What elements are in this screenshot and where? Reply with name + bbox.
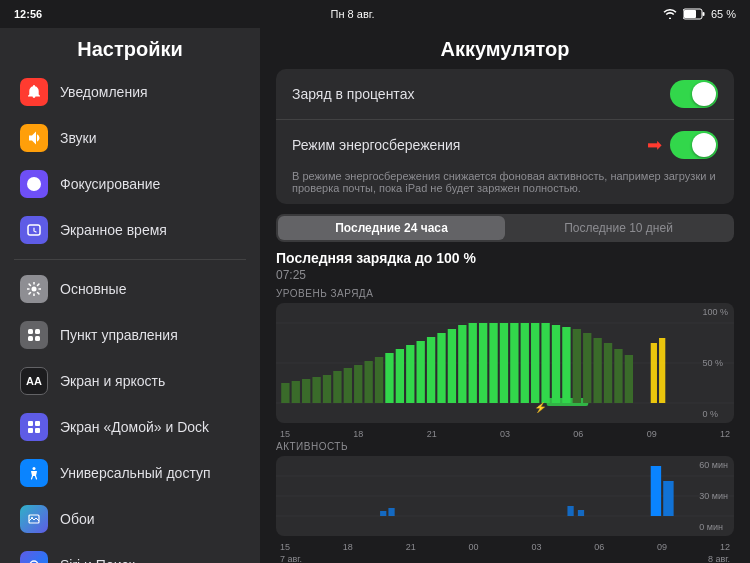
status-bar: 12:56 Пн 8 авг. 65 % bbox=[0, 0, 750, 28]
svg-rect-27 bbox=[281, 383, 289, 403]
sidebar-item-sounds[interactable]: Звуки bbox=[6, 115, 254, 161]
low-power-description: В режиме энергосбережения снижается фоно… bbox=[276, 170, 734, 204]
battery-0: 0 % bbox=[702, 409, 728, 419]
svg-rect-9 bbox=[28, 421, 33, 426]
svg-rect-68 bbox=[380, 511, 386, 516]
low-power-row: Режим энергосбережения ➡ bbox=[276, 119, 734, 170]
svg-rect-39 bbox=[406, 345, 414, 403]
tab-10d[interactable]: Последние 10 дней bbox=[505, 216, 732, 240]
sidebar-items: Уведомления Звуки Фокусирование bbox=[0, 69, 260, 563]
notifications-icon bbox=[20, 78, 48, 106]
svg-rect-58 bbox=[593, 338, 601, 403]
svg-rect-71 bbox=[578, 510, 584, 516]
status-day: Пн 8 авг. bbox=[331, 8, 375, 20]
screentime-icon bbox=[20, 216, 48, 244]
svg-rect-38 bbox=[396, 349, 404, 403]
wifi-icon bbox=[663, 9, 677, 19]
sidebar-item-screentime[interactable]: Экранное время bbox=[6, 207, 254, 253]
low-power-toggle[interactable] bbox=[670, 131, 718, 159]
sidebar-item-label: Пункт управления bbox=[60, 327, 178, 343]
svg-rect-61 bbox=[625, 355, 633, 403]
svg-rect-62 bbox=[651, 343, 657, 403]
battery-chart-title: УРОВЕНЬ ЗАРЯДА bbox=[276, 288, 734, 299]
svg-rect-70 bbox=[567, 506, 573, 516]
sidebar-item-notifications[interactable]: Уведомления bbox=[6, 69, 254, 115]
sidebar-item-label: Экран и яркость bbox=[60, 373, 165, 389]
activity-chart: 60 мин 30 мин 0 мин bbox=[276, 456, 734, 536]
svg-rect-46 bbox=[479, 323, 487, 403]
chart-tabs: Последние 24 часа Последние 10 дней bbox=[276, 214, 734, 242]
svg-rect-34 bbox=[354, 365, 362, 403]
homescreen-icon bbox=[20, 413, 48, 441]
battery-percent-row: Заряд в процентах bbox=[276, 69, 734, 119]
svg-rect-51 bbox=[531, 323, 539, 403]
red-arrow-icon: ➡ bbox=[647, 134, 662, 156]
svg-rect-69 bbox=[388, 508, 394, 516]
svg-rect-49 bbox=[510, 323, 518, 403]
svg-rect-55 bbox=[562, 327, 570, 403]
activity-chart-title: АКТИВНОСТЬ bbox=[276, 441, 734, 452]
toggle-knob bbox=[692, 133, 716, 157]
status-time: 12:56 bbox=[14, 8, 42, 20]
controlcenter-icon bbox=[20, 321, 48, 349]
siri-icon bbox=[20, 551, 48, 563]
svg-rect-44 bbox=[458, 325, 466, 403]
svg-rect-32 bbox=[333, 371, 341, 403]
svg-rect-29 bbox=[302, 379, 310, 403]
svg-rect-1 bbox=[684, 10, 696, 18]
tab-24h[interactable]: Последние 24 часа bbox=[278, 216, 505, 240]
svg-rect-36 bbox=[375, 357, 383, 403]
svg-rect-10 bbox=[35, 421, 40, 426]
sidebar-item-siri[interactable]: Siri и Поиск bbox=[6, 542, 254, 563]
sidebar-item-label: Siri и Поиск bbox=[60, 557, 135, 563]
wallpaper-icon bbox=[20, 505, 48, 533]
svg-rect-56 bbox=[573, 329, 581, 403]
sidebar-item-focus[interactable]: Фокусирование bbox=[6, 161, 254, 207]
battery-percent-toggle[interactable] bbox=[670, 80, 718, 108]
battery-chart-right-labels: 100 % 50 % 0 % bbox=[702, 303, 728, 423]
content-area: Аккумулятор Заряд в процентах Режим энер… bbox=[260, 28, 750, 563]
sidebar-item-wallpaper[interactable]: Обои bbox=[6, 496, 254, 542]
svg-rect-6 bbox=[35, 329, 40, 334]
last-charge-time: 07:25 bbox=[276, 268, 734, 282]
activity-60: 60 мин bbox=[699, 460, 728, 470]
battery-percent-label: 65 % bbox=[711, 8, 736, 20]
svg-rect-52 bbox=[541, 323, 549, 403]
svg-rect-73 bbox=[663, 481, 673, 516]
sidebar-item-label: Экранное время bbox=[60, 222, 167, 238]
sidebar-item-general[interactable]: Основные bbox=[6, 266, 254, 312]
sidebar-item-label: Универсальный доступ bbox=[60, 465, 211, 481]
sidebar: Настройки Уведомления Звуки bbox=[0, 28, 260, 563]
svg-rect-47 bbox=[489, 323, 497, 403]
sidebar-item-label: Обои bbox=[60, 511, 95, 527]
focus-icon bbox=[20, 170, 48, 198]
battery-settings-card: Заряд в процентах Режим энергосбережения… bbox=[276, 69, 734, 204]
svg-point-4 bbox=[32, 287, 37, 292]
sidebar-item-label: Фокусирование bbox=[60, 176, 160, 192]
svg-rect-57 bbox=[583, 333, 591, 403]
svg-rect-2 bbox=[702, 12, 704, 16]
sidebar-item-accessibility[interactable]: Универсальный доступ bbox=[6, 450, 254, 496]
svg-rect-7 bbox=[28, 336, 33, 341]
sidebar-item-label: Основные bbox=[60, 281, 126, 297]
battery-percent-label: Заряд в процентах bbox=[292, 86, 414, 102]
activity-chart-right-labels: 60 мин 30 мин 0 мин bbox=[699, 456, 728, 536]
sidebar-item-homescreen[interactable]: Экран «Домой» и Dock bbox=[6, 404, 254, 450]
sidebar-item-display[interactable]: AA Экран и яркость bbox=[6, 358, 254, 404]
svg-rect-50 bbox=[521, 323, 529, 403]
activity-30: 30 мин bbox=[699, 491, 728, 501]
display-icon: AA bbox=[20, 367, 48, 395]
sidebar-title: Настройки bbox=[0, 28, 260, 69]
sidebar-item-label: Экран «Домой» и Dock bbox=[60, 419, 209, 435]
last-charge-label: Последняя зарядка до 100 % bbox=[276, 250, 734, 266]
date-label-1: 7 авг. bbox=[280, 554, 302, 563]
sidebar-item-label: Звуки bbox=[60, 130, 97, 146]
separator-1 bbox=[14, 259, 246, 260]
sidebar-item-label: Уведомления bbox=[60, 84, 148, 100]
svg-rect-41 bbox=[427, 337, 435, 403]
activity-axis-labels: 15 18 21 00 03 06 09 12 bbox=[276, 542, 734, 552]
content-title: Аккумулятор bbox=[260, 28, 750, 69]
svg-rect-37 bbox=[385, 353, 393, 403]
svg-rect-5 bbox=[28, 329, 33, 334]
sidebar-item-controlcenter[interactable]: Пункт управления bbox=[6, 312, 254, 358]
